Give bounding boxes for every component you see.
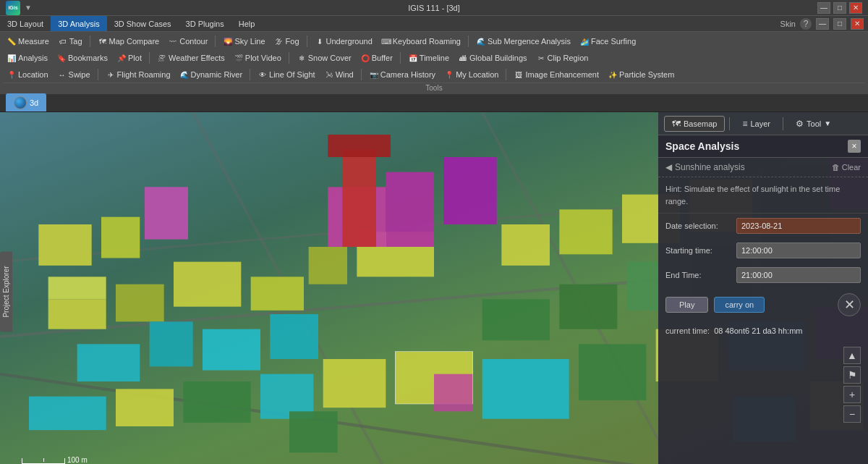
timeline-icon: 📅 <box>408 53 418 63</box>
right-panel: 🗺 Basemap ≡ Layer ⚙ Tool ▼ Space Analysi… <box>658 112 868 464</box>
nav-plus-button[interactable]: + <box>843 386 861 403</box>
toolbar-maximize[interactable]: □ <box>833 18 846 30</box>
basemap-button[interactable]: 🗺 Basemap <box>664 116 725 132</box>
svg-rect-17 <box>386 172 434 247</box>
play-button[interactable]: Play <box>665 297 708 313</box>
clip-region-icon: ✂ <box>536 53 546 63</box>
underground-button[interactable]: ⬇ Underground <box>311 34 376 48</box>
svg-rect-18 <box>443 157 496 224</box>
clip-region-button[interactable]: ✂ Clip Region <box>532 51 592 65</box>
buffer-button[interactable]: ⭕ Buffer <box>357 51 396 65</box>
weather-effects-button[interactable]: ⛈ Weather Effects <box>153 51 229 65</box>
tab-3d[interactable]: 3d <box>6 93 46 111</box>
svg-rect-31 <box>482 359 569 419</box>
line-of-sight-button[interactable]: 👁 Line Of Sight <box>254 67 319 82</box>
image-enhancement-button[interactable]: 🖼 Image Enhancement <box>510 67 603 82</box>
map-compare-button[interactable]: 🗺 Map Compare <box>94 34 163 48</box>
menu-3d-layout[interactable]: 3D Layout <box>0 16 51 31</box>
snow-cover-button[interactable]: ❄ Snow Cover <box>293 51 355 65</box>
sunshine-clear-button[interactable]: 🗑 Clear <box>832 163 861 172</box>
tool-chevron: ▼ <box>824 119 831 127</box>
global-buildings-button[interactable]: 🏙 Global Buildings <box>454 51 531 65</box>
nav-flag-button[interactable]: ⚑ <box>843 366 861 384</box>
toolbar-close[interactable]: ✕ <box>851 18 864 30</box>
svg-rect-49 <box>328 135 391 157</box>
particle-system-button[interactable]: ✨ Particle System <box>604 67 678 82</box>
wind-button[interactable]: 🌬 Wind <box>320 67 357 82</box>
camera-history-button[interactable]: 📷 Camera History <box>365 67 439 82</box>
end-time-input[interactable] <box>736 267 861 283</box>
sunshine-header: ◀ Sunshine analysis 🗑 Clear <box>658 158 868 177</box>
timeline-button[interactable]: 📅 Timeline <box>404 51 453 65</box>
svg-rect-19 <box>145 187 188 239</box>
measure-button[interactable]: 📏 Measure <box>3 34 53 48</box>
svg-rect-29 <box>323 359 386 408</box>
help-icon[interactable]: ? <box>800 18 812 30</box>
bookmarks-button[interactable]: 🔖 Bookmarks <box>53 51 111 65</box>
menu-3d-plugins[interactable]: 3D Plugins <box>179 16 231 31</box>
buffer-icon: ⭕ <box>360 53 370 63</box>
basemap-icon: 🗺 <box>672 119 681 129</box>
tag-button[interactable]: 🏷 Tag <box>54 34 86 48</box>
skyline-icon: 🌄 <box>223 36 233 46</box>
compass-container: ✕ <box>838 293 861 316</box>
svg-rect-20 <box>482 299 550 340</box>
starting-time-input[interactable] <box>736 242 861 258</box>
analysis-button[interactable]: 📊 Analysis <box>3 51 51 65</box>
nav-minus-button[interactable]: − <box>843 405 861 423</box>
space-analysis-title: Space Analysis <box>665 140 739 152</box>
plot-video-button[interactable]: 🎬 Plot Video <box>230 51 285 65</box>
space-analysis-panel: Space Analysis × ◀ Sunshine analysis 🗑 C… <box>658 135 868 464</box>
maximize-button[interactable]: □ <box>833 2 846 14</box>
scale-label: 100 m <box>67 456 88 464</box>
scale-bar: 100 m <box>22 456 88 464</box>
toolbar-minimize[interactable]: — <box>816 18 829 30</box>
dynamic-river-button[interactable]: 🌊 Dynamic River <box>176 67 247 82</box>
svg-rect-36 <box>38 224 91 266</box>
swipe-button[interactable]: ↔ Swipe <box>54 67 94 82</box>
end-time-label: End Time: <box>665 271 731 279</box>
close-button[interactable]: ✕ <box>849 2 862 14</box>
svg-rect-32 <box>579 344 646 400</box>
svg-rect-25 <box>29 397 106 431</box>
clear-icon: 🗑 <box>832 163 840 172</box>
compass-icon[interactable]: ✕ <box>838 293 861 316</box>
date-selection-label: Date selection: <box>665 222 731 230</box>
keyboard-roaming-button[interactable]: ⌨ Keyboard Roaming <box>378 34 464 48</box>
contour-button[interactable]: 〰 Contour <box>164 34 211 48</box>
svg-rect-26 <box>116 389 174 426</box>
project-explorer-tab[interactable]: Project Explorer <box>0 251 12 332</box>
carry-on-button[interactable]: carry on <box>714 297 765 313</box>
sunshine-back-button[interactable]: ◀ Sunshine analysis <box>665 162 745 172</box>
my-location-button[interactable]: 📍 My Location <box>441 67 502 82</box>
wind-icon: 🌬 <box>324 69 334 80</box>
chevron-left-icon: ◀ <box>665 162 672 172</box>
menu-3d-show-cases[interactable]: 3D Show Cases <box>107 16 179 31</box>
measure-icon: 📏 <box>7 36 17 46</box>
sub-mergence-button[interactable]: 🌊 Sub Mergence Analysis <box>472 34 574 48</box>
nav-up-button[interactable]: ▲ <box>843 347 861 364</box>
flight-roaming-button[interactable]: ✈ Flight Roaming <box>102 67 174 82</box>
svg-rect-39 <box>559 209 612 254</box>
face-surfing-button[interactable]: 🏄 Face Surfing <box>576 34 639 48</box>
skyline-button[interactable]: 🌄 Sky Line <box>219 34 268 48</box>
toolbar-row-3: 📍 Location ↔ Swipe ✈ Flight Roaming 🌊 Dy… <box>3 67 865 83</box>
location-button[interactable]: 📍 Location <box>3 67 52 82</box>
minimize-button[interactable]: — <box>817 2 830 14</box>
space-analysis-close-button[interactable]: × <box>848 140 861 153</box>
layer-button[interactable]: ≡ Layer <box>734 116 778 132</box>
toolbar: 📏 Measure 🏷 Tag 🗺 Map Compare 〰 Contour … <box>0 32 868 95</box>
fog-button[interactable]: 🌫 Fog <box>271 34 303 48</box>
menu-help[interactable]: Help <box>231 16 263 31</box>
svg-rect-14 <box>203 329 260 371</box>
menu-3d-analysis[interactable]: 3D Analysis <box>51 16 106 31</box>
starting-time-row: Starting time: <box>658 238 868 263</box>
swipe-icon: ↔ <box>57 69 67 80</box>
plot-button[interactable]: 📌 Plot <box>113 51 145 65</box>
date-selection-input[interactable] <box>736 218 861 234</box>
globe-icon <box>14 96 27 109</box>
hint-text: Hint: Simulate the effect of sunlight in… <box>658 177 868 214</box>
current-time-row: current time: 08 48ont6 21 da3 hh:mm <box>658 322 868 339</box>
fog-icon: 🌫 <box>274 36 284 46</box>
tool-button[interactable]: ⚙ Tool ▼ <box>788 116 839 132</box>
